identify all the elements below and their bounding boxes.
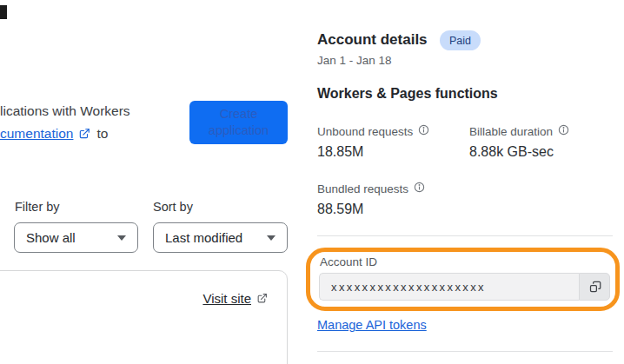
filter-dropdown[interactable]: Show all [14, 222, 138, 253]
account-id-input[interactable] [319, 273, 579, 301]
stat-label: Billable duration [469, 125, 553, 138]
create-application-label-line2: application [209, 122, 269, 139]
stat-unbound-requests: Unbound requests 18.85M [317, 124, 429, 160]
chevron-down-icon [117, 235, 126, 241]
external-link-icon [78, 128, 90, 140]
sort-by-label: Sort by [153, 200, 193, 214]
stat-label: Unbound requests [317, 125, 413, 138]
paid-plan-badge: Paid [440, 30, 481, 50]
account-details-title: Account details [317, 31, 428, 49]
chevron-down-icon [267, 235, 275, 241]
stat-billable-duration: Billable duration 8.88k GB-sec [469, 124, 569, 160]
visit-site-link[interactable]: Visit site [202, 291, 251, 306]
project-card: Visit site [0, 270, 288, 364]
info-icon[interactable] [414, 182, 425, 195]
info-icon[interactable] [558, 124, 569, 138]
divider [317, 351, 613, 352]
intro-line-1: lications with Workers [0, 100, 187, 122]
stat-value: 88.59M [317, 202, 425, 217]
filter-dropdown-value: Show all [26, 230, 109, 245]
stat-value: 8.88k GB-sec [469, 144, 569, 160]
stat-bundled-requests: Bundled requests 88.59M [317, 182, 425, 217]
stat-label: Bundled requests [317, 182, 408, 195]
functions-section-title: Workers & Pages functions [317, 86, 498, 102]
stat-value: 18.85M [317, 144, 429, 160]
workers-pages-dashboard: lications with Workers cumentation to Cr… [0, 0, 624, 364]
sort-dropdown-value: Last modified [165, 230, 258, 245]
filter-by-label: Filter by [15, 200, 60, 214]
sort-dropdown[interactable]: Last modified [153, 222, 288, 253]
info-icon[interactable] [418, 124, 429, 138]
screenshot-edge-fragment [0, 5, 7, 19]
intro-text: lications with Workers cumentation to [0, 100, 187, 145]
manage-api-tokens-link[interactable]: Manage API tokens [317, 318, 427, 332]
documentation-link[interactable]: cumentation [0, 122, 73, 145]
billing-date-range: Jan 1 - Jan 18 [317, 54, 392, 67]
external-link-icon [256, 293, 268, 304]
divider [317, 235, 613, 236]
create-application-label-line1: Create [220, 106, 258, 122]
account-id-label: Account ID [320, 255, 377, 268]
account-id-field-group [319, 273, 610, 301]
copy-icon [588, 281, 601, 294]
create-application-button[interactable]: Create application [189, 101, 288, 144]
copy-account-id-button[interactable] [579, 273, 610, 301]
intro-line-2-suffix: to [96, 122, 108, 145]
